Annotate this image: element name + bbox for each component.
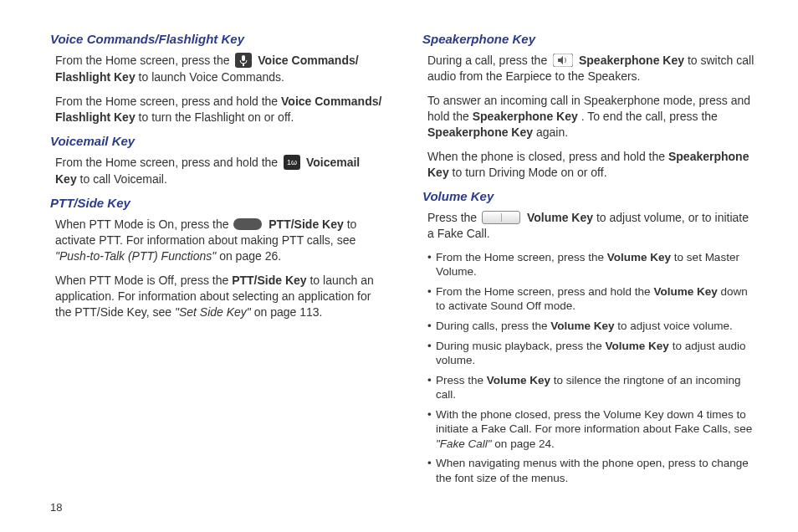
bold-text: PTT/Side Key xyxy=(232,274,306,287)
para-ptt-2: When PTT Mode is Off, press the PTT/Side… xyxy=(55,273,382,320)
bold-text: Volume Key xyxy=(527,211,593,224)
text: to call Voicemail. xyxy=(80,172,167,186)
heading-speakerphone: Speakerphone Key xyxy=(422,32,755,46)
text: When the phone is closed, press and hold… xyxy=(427,150,668,163)
bold-text: Speakerphone Key xyxy=(579,54,684,67)
right-column: Speakerphone Key During a call, press th… xyxy=(422,23,755,490)
text: From the Home screen, press and hold the xyxy=(55,156,281,169)
text: on page 24. xyxy=(492,437,555,450)
list-item: From the Home screen, press and hold the… xyxy=(427,284,755,314)
bold-text: Volume Key xyxy=(653,285,717,298)
text: From the Home screen, press the xyxy=(55,54,233,67)
text: again. xyxy=(536,125,568,139)
svg-rect-2 xyxy=(243,64,244,66)
text: to turn the Flashlight on or off. xyxy=(139,110,294,124)
heading-ptt: PTT/Side Key xyxy=(50,196,382,210)
para-vc-1: From the Home screen, press the Voice Co… xyxy=(55,53,382,85)
text: on page 113. xyxy=(254,305,323,319)
text: Press the xyxy=(427,211,480,224)
text: When PTT Mode is On, press the xyxy=(55,217,232,231)
para-ptt-1: When PTT Mode is On, press the PTT/Side … xyxy=(55,217,382,264)
text: During music playback, press the xyxy=(436,340,606,352)
cross-ref: "Push-to-Talk (PTT) Functions" xyxy=(55,249,216,263)
cross-ref: "Fake Call" xyxy=(436,437,492,450)
heading-voice-commands: Voice Commands/Flashlight Key xyxy=(50,32,382,46)
heading-voicemail: Voicemail Key xyxy=(50,134,382,148)
text: When navigating menus with the phone ope… xyxy=(436,457,749,484)
para-spk-2: To answer an incoming call in Speakerpho… xyxy=(427,93,755,141)
text: When PTT Mode is Off, press the xyxy=(55,274,232,287)
bold-text: Volume Key xyxy=(487,374,550,386)
manual-page: Voice Commands/Flashlight Key From the H… xyxy=(0,0,798,532)
list-item: During calls, press the Volume Key to ad… xyxy=(427,319,755,334)
microphone-icon xyxy=(235,53,252,68)
text: From the Home screen, press and hold the xyxy=(436,285,653,298)
list-item: With the phone closed, press the Volume … xyxy=(427,407,755,452)
text: to adjust voice volume. xyxy=(615,320,733,332)
voicemail-icon: 1ω xyxy=(284,155,300,170)
para-vol-1: Press the Volume Key to adjust volume, o… xyxy=(427,210,755,242)
text: From the Home screen, press and hold the xyxy=(55,95,281,108)
heading-volume: Volume Key xyxy=(422,189,755,203)
para-spk-1: During a call, press the Speakerphone Ke… xyxy=(427,53,755,84)
volume-key-icon xyxy=(482,211,520,224)
para-spk-3: When the phone is closed, press and hold… xyxy=(427,149,755,181)
svg-rect-1 xyxy=(242,55,245,61)
bold-text: Speakerphone Key xyxy=(427,125,533,139)
bold-text: Volume Key xyxy=(606,340,669,352)
bold-text: Volume Key xyxy=(550,320,614,332)
speaker-icon xyxy=(553,54,573,67)
list-item: During music playback, press the Volume … xyxy=(427,339,755,368)
two-column-layout: Voice Commands/Flashlight Key From the H… xyxy=(50,23,755,490)
bold-text: PTT/Side Key xyxy=(269,217,343,231)
text: to turn Driving Mode on or off. xyxy=(453,166,607,179)
text: Press the xyxy=(436,374,487,386)
text: With the phone closed, press the Volume … xyxy=(436,408,752,436)
text: . To end the call, press the xyxy=(581,110,718,123)
text: on page 26. xyxy=(219,249,281,263)
para-vc-2: From the Home screen, press and hold the… xyxy=(55,94,382,125)
text: From the Home screen, press the xyxy=(436,251,607,263)
svg-text:1ω: 1ω xyxy=(287,158,297,166)
text: to launch Voice Commands. xyxy=(139,70,284,84)
list-item: When navigating menus with the phone ope… xyxy=(427,456,755,485)
page-number: 18 xyxy=(50,501,62,514)
side-key-icon xyxy=(233,218,262,230)
bold-text: Volume Key xyxy=(607,251,671,263)
bold-text: Speakerphone Key xyxy=(473,110,578,123)
list-item: Press the Volume Key to silence the ring… xyxy=(427,373,755,402)
cross-ref: "Set Side Key" xyxy=(175,305,251,319)
text: During a call, press the xyxy=(427,54,550,67)
list-item: From the Home screen, press the Volume K… xyxy=(427,250,755,279)
volume-bullet-list: From the Home screen, press the Volume K… xyxy=(427,250,755,486)
para-vm-1: From the Home screen, press and hold the… xyxy=(55,155,382,187)
left-column: Voice Commands/Flashlight Key From the H… xyxy=(50,23,382,490)
text: During calls, press the xyxy=(436,320,550,332)
